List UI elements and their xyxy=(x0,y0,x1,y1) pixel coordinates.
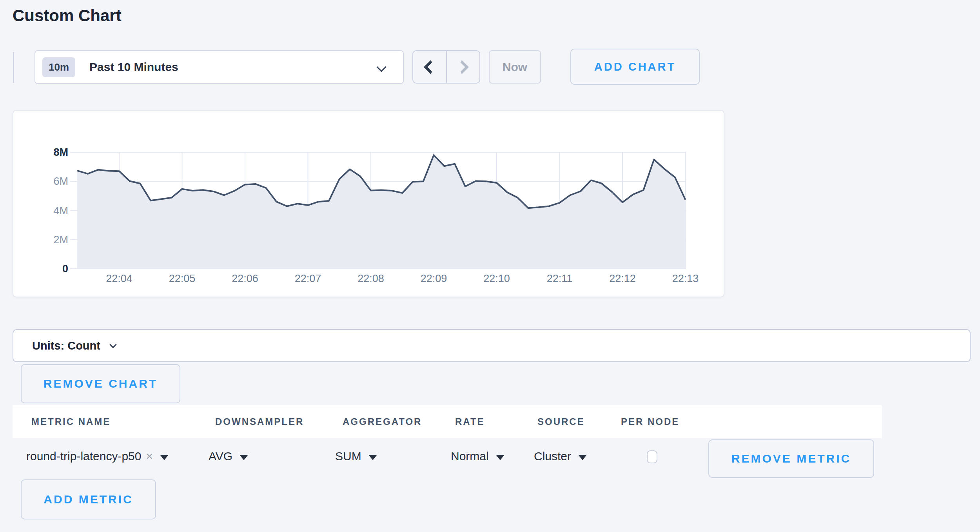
col-header-downsampler: DOWNSAMPLER xyxy=(215,416,304,427)
svg-text:22:09: 22:09 xyxy=(421,273,447,284)
metrics-table-header: METRIC NAME DOWNSAMPLER AGGREGATOR RATE … xyxy=(13,405,882,438)
rate-select[interactable]: Normal xyxy=(451,450,505,463)
metric-name-value: round-trip-latency-p50 xyxy=(26,450,141,463)
col-header-source: SOURCE xyxy=(537,416,585,427)
remove-chart-button[interactable]: REMOVE CHART xyxy=(21,364,180,403)
timeseries-chart: 8M6M4M2M022:0422:0522:0622:0722:0822:092… xyxy=(13,111,725,298)
aggregator-value: SUM xyxy=(335,450,361,463)
page-title: Custom Chart xyxy=(13,6,122,25)
source-select[interactable]: Cluster xyxy=(534,450,587,463)
svg-text:22:10: 22:10 xyxy=(483,273,510,284)
clear-metric-icon[interactable]: × xyxy=(146,450,153,463)
units-label: Units: Count xyxy=(32,339,100,352)
per-node-checkbox[interactable] xyxy=(647,450,657,463)
col-header-aggregator: AGGREGATOR xyxy=(343,416,422,427)
svg-text:22:06: 22:06 xyxy=(232,273,258,284)
add-metric-button[interactable]: ADD METRIC xyxy=(21,479,156,519)
caret-down-icon xyxy=(578,455,587,460)
chart-card: 8M6M4M2M022:0422:0522:0622:0722:0822:092… xyxy=(13,110,724,297)
caret-down-icon xyxy=(240,455,248,460)
prev-time-button[interactable] xyxy=(413,51,447,83)
caret-down-icon xyxy=(496,455,505,460)
metric-name-select[interactable]: round-trip-latency-p50 × xyxy=(26,450,169,463)
source-value: Cluster xyxy=(534,450,571,463)
caret-down-icon xyxy=(368,455,377,460)
downsampler-value: AVG xyxy=(209,450,232,463)
chevron-down-icon xyxy=(109,341,116,348)
rate-value: Normal xyxy=(451,450,489,463)
downsampler-select[interactable]: AVG xyxy=(209,450,248,463)
time-window-label: Past 10 Minutes xyxy=(89,60,178,74)
col-header-metric-name: METRIC NAME xyxy=(31,416,111,427)
time-window-dropdown[interactable]: 10m Past 10 Minutes xyxy=(34,50,404,84)
svg-text:2M: 2M xyxy=(53,234,68,246)
remove-metric-button[interactable]: REMOVE METRIC xyxy=(708,439,874,478)
chevron-right-icon xyxy=(455,60,469,74)
aggregator-select[interactable]: SUM xyxy=(335,450,377,463)
col-header-per-node: PER NODE xyxy=(621,416,679,427)
svg-text:22:11: 22:11 xyxy=(547,273,573,284)
time-window-badge: 10m xyxy=(42,57,75,77)
units-dropdown[interactable]: Units: Count xyxy=(13,329,971,362)
svg-text:6M: 6M xyxy=(53,175,68,187)
svg-text:22:05: 22:05 xyxy=(169,273,196,284)
svg-text:22:12: 22:12 xyxy=(609,273,636,284)
chevron-down-icon xyxy=(376,62,386,72)
col-header-rate: RATE xyxy=(455,416,485,427)
now-button[interactable]: Now xyxy=(489,50,541,84)
svg-text:22:07: 22:07 xyxy=(295,273,321,284)
svg-text:22:04: 22:04 xyxy=(106,273,132,284)
add-chart-button[interactable]: ADD CHART xyxy=(570,49,700,85)
caret-down-icon xyxy=(160,455,169,460)
svg-text:4M: 4M xyxy=(53,205,68,217)
toolbar-left-rule xyxy=(13,52,14,83)
svg-text:22:08: 22:08 xyxy=(358,273,384,284)
next-time-button[interactable] xyxy=(447,51,480,83)
svg-text:0: 0 xyxy=(62,263,68,275)
time-nav-group xyxy=(412,50,480,84)
svg-text:8M: 8M xyxy=(53,146,68,158)
svg-text:22:13: 22:13 xyxy=(672,273,699,284)
chevron-left-icon xyxy=(423,60,438,74)
